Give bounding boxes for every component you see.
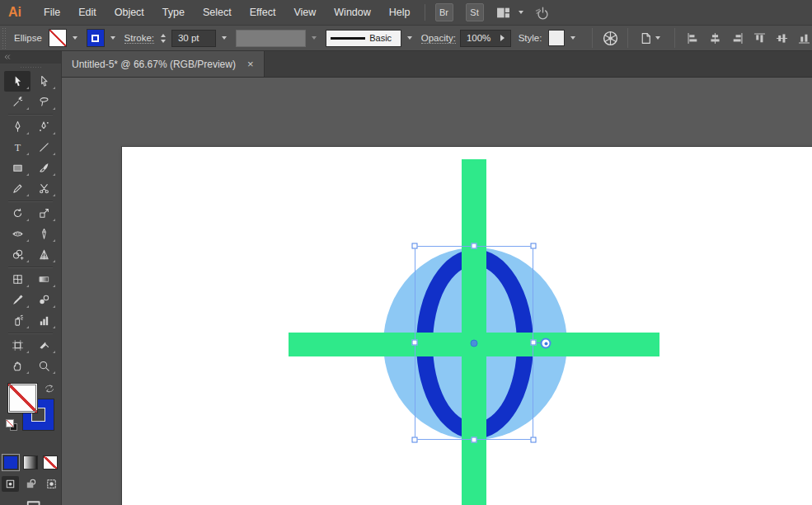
document-tab[interactable]: Untitled-5* @ 66.67% (RGB/Preview) × (62, 51, 265, 77)
fill-stroke-control (0, 381, 61, 454)
stroke-color-swatch[interactable] (87, 29, 105, 47)
default-fill-stroke-icon[interactable] (6, 419, 17, 431)
tool-shaper-tool[interactable] (4, 178, 31, 199)
selection-handle[interactable] (412, 340, 418, 346)
menu-type[interactable]: Type (153, 0, 194, 25)
close-tab-icon[interactable]: × (247, 59, 254, 69)
opacity-value-field[interactable]: 100% (460, 30, 511, 47)
tool-width-tool[interactable] (4, 224, 31, 244)
change-screen-mode-icon[interactable] (20, 499, 41, 505)
tool-lasso-tool[interactable] (31, 92, 57, 112)
workspace-chevron-icon[interactable] (519, 11, 523, 14)
tool-group-divider (8, 333, 53, 333)
document-tab-bar: Untitled-5* @ 66.67% (RGB/Preview) × (62, 51, 812, 78)
menu-edit[interactable]: Edit (69, 0, 106, 25)
tool-zoom-tool[interactable] (31, 356, 57, 376)
selection-center-point[interactable] (471, 340, 478, 347)
stock-button[interactable]: St (466, 3, 484, 21)
tool-selection-tool[interactable] (4, 71, 31, 92)
menu-effect[interactable]: Effect (241, 0, 285, 25)
opacity-slider-arrow-icon[interactable] (500, 35, 505, 41)
stepper-down-icon[interactable] (161, 40, 166, 43)
stroke-weight-value[interactable]: 30 pt (171, 30, 216, 47)
menu-help[interactable]: Help (380, 0, 420, 25)
none-button[interactable] (43, 455, 58, 470)
horizontal-align-right-icon[interactable] (729, 28, 745, 48)
tool-rectangle-tool[interactable] (4, 158, 31, 178)
tool-symbol-sprayer-tool[interactable] (4, 310, 31, 331)
tool-scissors-tool[interactable] (31, 178, 57, 199)
stepper-up-icon[interactable] (161, 34, 166, 37)
selection-handle[interactable] (472, 437, 477, 443)
tool-scale-tool[interactable] (31, 203, 57, 224)
workspace-switcher-icon[interactable] (496, 6, 510, 20)
menu-window[interactable]: Window (325, 0, 379, 25)
draw-inside-icon[interactable] (43, 476, 60, 492)
controlbar-grip[interactable] (2, 27, 7, 49)
tool-magic-wand-tool[interactable] (4, 92, 31, 112)
tool-blend-tool[interactable] (31, 290, 57, 310)
align-to-chevron-icon[interactable] (655, 36, 660, 40)
tool-line-segment-tool[interactable] (31, 137, 57, 158)
swap-fill-stroke-icon[interactable] (44, 383, 55, 398)
tool-slice-tool[interactable] (31, 335, 57, 356)
variable-width-profile-dropdown[interactable]: Basic (326, 30, 401, 47)
selection-handle[interactable] (531, 243, 537, 249)
horizontal-align-left-icon[interactable] (684, 28, 701, 48)
stroke-weight-chevron-icon[interactable] (218, 36, 230, 40)
vertical-align-bottom-icon[interactable] (796, 28, 812, 48)
document-tab-title: Untitled-5* @ 66.67% (RGB/Preview) (72, 59, 236, 70)
selection-handle[interactable] (412, 437, 418, 443)
menu-select[interactable]: Select (194, 0, 241, 25)
stroke-style-chevron-icon[interactable] (404, 36, 415, 40)
selection-handle[interactable] (531, 437, 537, 443)
tool-mesh-tool[interactable] (4, 269, 31, 290)
tool-paintbrush-tool[interactable] (31, 158, 57, 178)
style-chevron-icon[interactable] (567, 36, 579, 40)
tool-free-transform-tool[interactable] (31, 224, 57, 244)
opacity-panel-link[interactable]: Opacity: (421, 33, 456, 44)
tool-eyedropper-tool[interactable] (4, 290, 31, 310)
menu-object[interactable]: Object (106, 0, 153, 25)
tool-hand-tool[interactable] (4, 356, 31, 376)
color-button[interactable] (3, 455, 18, 470)
gradient-button[interactable] (23, 455, 38, 470)
tool-direct-selection-tool[interactable] (31, 71, 57, 92)
stroke-panel-link[interactable]: Stroke: (124, 33, 154, 44)
tool-rotate-tool[interactable] (4, 203, 31, 224)
vertical-align-center-icon[interactable] (773, 28, 790, 48)
draw-normal-icon[interactable] (2, 476, 19, 492)
horizontal-align-center-icon[interactable] (706, 28, 723, 48)
draw-behind-icon[interactable] (22, 476, 40, 492)
stroke-swatch-chevron-icon[interactable] (107, 36, 119, 40)
fill-color-swatch[interactable] (49, 29, 67, 47)
menubar-divider (425, 4, 425, 21)
tool-pen-tool[interactable] (4, 116, 31, 137)
live-shape-rotate-widget[interactable] (541, 338, 552, 349)
menu-file[interactable]: File (35, 0, 69, 25)
vertical-align-top-icon[interactable] (751, 28, 767, 48)
recolor-artwork-icon[interactable] (600, 28, 620, 48)
tool-artboard-tool[interactable] (4, 335, 31, 356)
stroke-weight-stepper[interactable] (158, 34, 169, 43)
tool-column-graph-tool[interactable] (31, 310, 57, 331)
menu-view[interactable]: View (284, 0, 325, 25)
cc-sync-icon[interactable] (535, 5, 551, 21)
opacity-value: 100% (467, 33, 490, 43)
align-to-selection-icon[interactable] (636, 28, 655, 48)
fill-swatch-chevron-icon[interactable] (69, 36, 81, 40)
selection-handle[interactable] (412, 243, 418, 249)
selection-handle[interactable] (472, 243, 477, 249)
fill-proxy-swatch[interactable] (7, 383, 38, 413)
tool-type-tool[interactable]: T (4, 137, 31, 158)
tool-gradient-tool[interactable] (31, 269, 57, 290)
tool-perspective-grid-tool[interactable] (31, 244, 57, 265)
graphic-style-swatch[interactable] (548, 30, 565, 46)
collapse-panel-icon[interactable] (3, 50, 12, 65)
tool-curvature-tool[interactable] (31, 116, 57, 137)
tool-shape-builder-tool[interactable] (4, 244, 31, 265)
main-menus: FileEditObjectTypeSelectEffectViewWindow… (35, 0, 420, 25)
selection-handle[interactable] (531, 340, 537, 346)
bridge-button[interactable]: Br (435, 3, 453, 21)
color-mode-row (0, 455, 61, 470)
